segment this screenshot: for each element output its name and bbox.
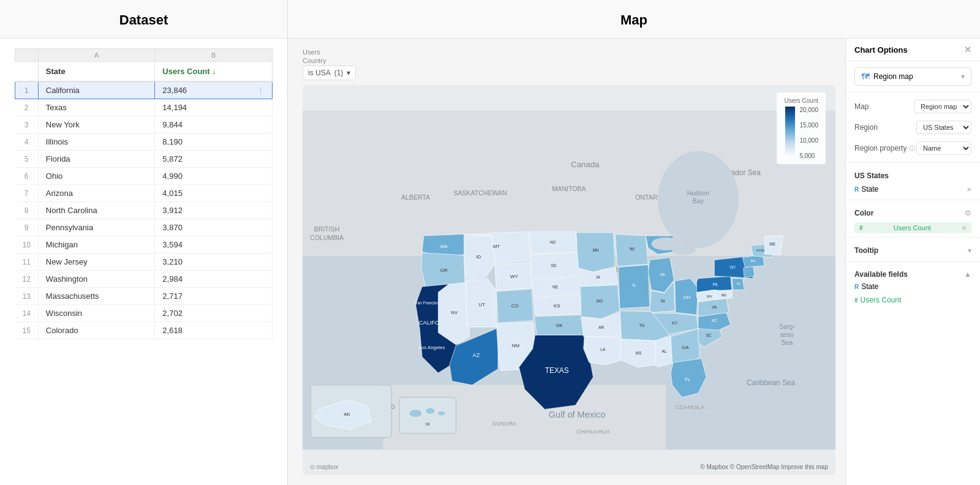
table-row[interactable]: 13Massachusetts2,717 [15, 288, 273, 305]
region-option-select[interactable]: US States [916, 121, 971, 134]
svg-text:COLUMBIA: COLUMBIA [310, 234, 344, 241]
svg-text:NM: NM [512, 343, 519, 348]
divider-4 [846, 237, 980, 238]
row-count: 3,870 [155, 219, 273, 236]
svg-text:WV: WV [707, 295, 712, 299]
chart-options-header: Chart Options ✕ [846, 39, 980, 61]
svg-text:Bay: Bay [693, 197, 704, 205]
svg-text:Los Angeles: Los Angeles [418, 345, 445, 350]
svg-text:NE: NE [552, 285, 559, 289]
svg-text:asso: asso [780, 331, 794, 338]
available-field-1-tag: R State [846, 280, 980, 293]
svg-text:SONORA: SONORA [492, 421, 518, 427]
svg-text:MA: MA [751, 260, 756, 263]
svg-text:Canada: Canada [571, 160, 600, 169]
field-header-row: State Users Count ↓ [15, 62, 273, 82]
chart-options-panel: Chart Options ✕ 🗺 Region map ▾ Map Regio… [845, 39, 980, 485]
remove-color-icon[interactable]: ✕ [962, 225, 967, 231]
state-field-tag: R State ✕ [846, 182, 980, 196]
state-field-label: State [861, 185, 878, 194]
tooltip-section-header[interactable]: Tooltip ▾ [846, 241, 980, 257]
svg-text:OR: OR [440, 268, 448, 273]
table-row[interactable]: 8North Carolina3,912 [15, 202, 273, 219]
map-option-select[interactable]: Region map [914, 100, 971, 113]
svg-text:Sarg-: Sarg- [779, 323, 795, 330]
svg-point-73 [671, 244, 696, 255]
filter-bar: Users Country is USA (1) ▾ [303, 48, 835, 80]
row-state: New York [38, 116, 154, 133]
mapbox-logo: ⊙ mapbox [310, 464, 338, 470]
table-row[interactable]: 3New York9,844 [15, 116, 273, 133]
chart-options-title: Chart Options [854, 45, 908, 55]
col-b-header: B [155, 49, 273, 62]
row-state: North Carolina [38, 202, 154, 219]
remove-field-icon[interactable]: ✕ [967, 186, 971, 193]
row-count: 4,015 [155, 185, 273, 202]
row-number: 13 [15, 288, 39, 305]
svg-text:WY: WY [510, 274, 518, 279]
row-number: 7 [15, 185, 39, 202]
filter-select[interactable]: is USA (1) ▾ [303, 66, 356, 80]
us-states-section-title: US States [846, 167, 980, 182]
row-number: 6 [15, 168, 39, 185]
row-state: Washington [38, 271, 154, 288]
map-content: Users Country is USA (1) ▾ [288, 39, 980, 485]
table-row[interactable]: 10Michigan3,594 [15, 236, 273, 254]
chevron-up-icon: ▲ [964, 270, 971, 279]
svg-text:CO: CO [511, 303, 519, 309]
row-state: New Jersey [38, 254, 154, 271]
region-property-select[interactable]: Name [916, 141, 971, 155]
chevron-down-icon: ▾ [961, 72, 965, 81]
table-row[interactable]: 12Washington2,984 [15, 271, 273, 288]
close-button[interactable]: ✕ [964, 45, 971, 55]
svg-text:COAHUILA: COAHUILA [676, 404, 705, 410]
table-row[interactable]: 14Wisconsin2,702 [15, 305, 273, 322]
legend-labels: 20,000 15,000 10,000 5,000 [799, 107, 818, 159]
color-section-label: Color [854, 209, 873, 217]
table-row[interactable]: 7Arizona4,015 [15, 185, 273, 202]
chart-type-selector[interactable]: 🗺 Region map ▾ [854, 67, 971, 86]
table-row[interactable]: 9Pennsylvania3,870 [15, 219, 273, 236]
row-count: 2,717 [155, 288, 273, 305]
table-row[interactable]: 4Illinois8,190 [15, 133, 273, 151]
data-rows: 1California23,846⋮2Texas14,1943New York9… [15, 81, 273, 339]
table-row[interactable]: 2Texas14,194 [15, 99, 273, 116]
column-header-row: A B [15, 49, 273, 62]
legend-value-0: 20,000 [799, 107, 818, 113]
row-count: 2,984 [155, 271, 273, 288]
settings-icon[interactable]: ⚙ [965, 209, 971, 217]
region-option-label: Region [854, 123, 878, 132]
available-fields-header[interactable]: Available fields ▲ [846, 265, 980, 280]
divider-1 [846, 92, 980, 92]
region-option-row: Region US States [846, 117, 980, 138]
row-state: California [38, 81, 154, 99]
svg-text:NV: NV [451, 310, 458, 315]
row-count: 3,912 [155, 202, 273, 219]
svg-text:NC: NC [712, 318, 718, 323]
row-number: 14 [15, 305, 39, 322]
row-count: 9,844 [155, 116, 273, 133]
table-row[interactable]: 6Ohio4,990 [15, 168, 273, 185]
row-number: 11 [15, 254, 39, 271]
svg-text:WI: WI [630, 247, 635, 251]
row-count: 8,190 [155, 133, 273, 151]
row-number: 1 [15, 81, 39, 99]
chevron-down-icon: ▾ [347, 69, 350, 77]
legend-value-3: 5,000 [799, 152, 818, 159]
table-row[interactable]: 15Colorado2,618 [15, 322, 273, 339]
svg-text:SD: SD [551, 263, 556, 268]
svg-text:MD: MD [722, 293, 726, 297]
svg-text:Hudson: Hudson [687, 189, 709, 197]
svg-text:San Francisco: San Francisco [415, 301, 440, 305]
color-section-header[interactable]: Color ⚙ [846, 204, 980, 220]
row-number: 15 [15, 322, 39, 339]
svg-text:AR: AR [598, 325, 604, 329]
row-actions-icon[interactable]: ⋮ [257, 86, 265, 95]
table-row[interactable]: 11New Jersey3,210 [15, 254, 273, 271]
filter-country-label: Country [303, 57, 835, 64]
table-row[interactable]: 1California23,846⋮ [15, 81, 273, 99]
legend-value-2: 10,000 [799, 137, 818, 144]
row-state: Illinois [38, 133, 154, 151]
table-row[interactable]: 5Florida5,872 [15, 151, 273, 168]
svg-text:IL: IL [632, 282, 636, 288]
